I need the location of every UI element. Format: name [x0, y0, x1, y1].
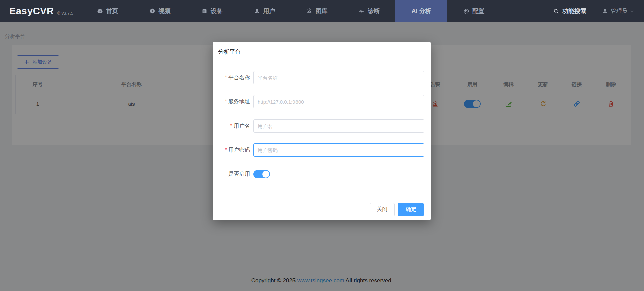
video-icon	[149, 8, 156, 14]
chevron-down-icon	[630, 9, 634, 13]
nav-item-label: 诊断	[368, 7, 380, 15]
search-icon	[553, 8, 559, 14]
user-menu-label: 管理员	[611, 8, 627, 15]
function-search-label: 功能搜索	[562, 7, 586, 15]
device-icon	[201, 8, 208, 14]
nav-item-label: 图库	[316, 7, 328, 15]
nav-item-home[interactable]: 首页	[81, 0, 133, 22]
service-address-label: * 服务地址	[219, 98, 250, 105]
user-icon	[254, 8, 260, 14]
required-mark: *	[225, 99, 227, 105]
form-row-password: * 用户密码	[219, 143, 424, 157]
navbar-right: 功能搜索 管理员	[553, 0, 634, 22]
nav-item-video[interactable]: 视频	[133, 0, 186, 22]
nav-item-ai-analysis[interactable]: AI 分析	[395, 0, 447, 22]
required-mark: *	[225, 75, 227, 81]
dialog-body: * 平台名称 * 服务地址 * 用户名 * 用户密码	[213, 62, 431, 181]
required-mark: *	[230, 123, 232, 129]
form-row-service-address: * 服务地址	[219, 95, 424, 108]
app-name: EasyCVR	[9, 6, 54, 17]
required-mark: *	[225, 147, 227, 153]
service-address-input[interactable]	[253, 95, 424, 108]
platform-name-label: * 平台名称	[219, 74, 250, 81]
nav-item-gallery[interactable]: 图库	[290, 0, 343, 22]
platform-name-input[interactable]	[253, 71, 424, 84]
nav-item-config[interactable]: 配置	[447, 0, 500, 22]
form-row-enable: 是否启用	[219, 167, 424, 181]
username-input[interactable]	[253, 119, 424, 133]
dialog-footer: 关闭 确定	[213, 199, 431, 220]
close-button[interactable]: 关闭	[370, 203, 395, 216]
app-logo[interactable]: EasyCVR ® v3.7.5	[9, 0, 73, 22]
nav-item-label: AI 分析	[411, 7, 431, 15]
enable-toggle[interactable]	[253, 170, 270, 178]
user-menu[interactable]: 管理员	[602, 8, 634, 15]
top-navbar: EasyCVR ® v3.7.5 首页 视频 设备 用户	[0, 0, 644, 22]
nav-item-label: 配置	[472, 7, 484, 15]
confirm-button[interactable]: 确定	[398, 203, 424, 216]
form-row-username: * 用户名	[219, 119, 424, 133]
dashboard-icon	[97, 8, 103, 14]
nav-item-user[interactable]: 用户	[238, 0, 290, 22]
password-label: * 用户密码	[219, 147, 250, 154]
admin-avatar-icon	[602, 8, 608, 14]
enable-label: 是否启用	[219, 171, 250, 178]
function-search[interactable]: 功能搜索	[553, 7, 586, 15]
dialog-header: 分析平台	[213, 42, 431, 62]
gear-icon	[463, 8, 469, 14]
diagnosis-icon	[358, 8, 365, 14]
nav-item-label: 首页	[106, 7, 118, 15]
main-menu: 首页 视频 设备 用户 图库	[81, 0, 500, 22]
gallery-icon	[306, 8, 313, 14]
nav-item-device[interactable]: 设备	[186, 0, 238, 22]
dialog-title: 分析平台	[218, 48, 241, 56]
nav-item-label: 视频	[159, 7, 171, 15]
password-input[interactable]	[253, 143, 424, 157]
nav-item-label: 用户	[263, 7, 275, 15]
analysis-platform-dialog: 分析平台 * 平台名称 * 服务地址 * 用户名 *	[213, 42, 431, 220]
form-row-platform-name: * 平台名称	[219, 71, 424, 84]
nav-item-diagnosis[interactable]: 诊断	[343, 0, 395, 22]
username-label: * 用户名	[219, 123, 250, 130]
nav-item-label: 设备	[211, 7, 223, 15]
app-version: ® v3.7.5	[57, 11, 73, 16]
